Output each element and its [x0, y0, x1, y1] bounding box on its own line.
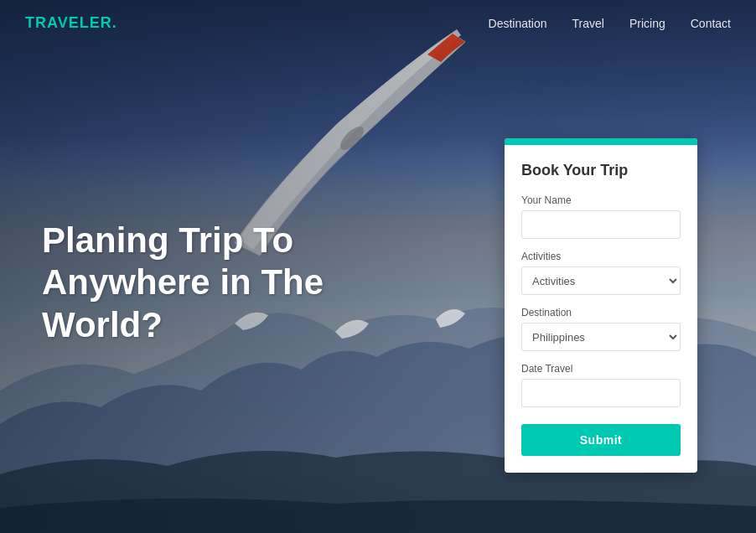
nav-link-destination[interactable]: Destination [489, 17, 547, 30]
hero-text-block: Planing Trip To Anywhere in The World? [42, 220, 394, 346]
name-label: Your Name [521, 194, 681, 206]
booking-form-title: Book Your Trip [521, 162, 681, 179]
logo[interactable]: TRAVELER. [25, 14, 117, 32]
nav-links: Destination Travel Pricing Contact [489, 16, 731, 31]
navbar: TRAVELER. Destination Travel Pricing Con… [0, 0, 756, 46]
nav-item-pricing[interactable]: Pricing [629, 16, 665, 31]
hero-headline: Planing Trip To Anywhere in The World? [42, 220, 394, 346]
activities-label: Activities [521, 251, 681, 262]
nav-item-travel[interactable]: Travel [572, 16, 604, 31]
activities-select[interactable]: Activities Adventure Cultural Beach Moun… [521, 266, 681, 295]
destination-field-group: Destination Philippines Japan France Ita… [521, 307, 681, 351]
logo-text: TRAVELER [25, 14, 112, 31]
date-field-group: Date Travel [521, 363, 681, 407]
date-label: Date Travel [521, 363, 681, 375]
nav-item-destination[interactable]: Destination [489, 16, 547, 31]
nav-item-contact[interactable]: Contact [691, 16, 731, 31]
nav-link-contact[interactable]: Contact [691, 17, 731, 30]
logo-dot: . [112, 14, 117, 31]
submit-button[interactable]: Submit [521, 424, 681, 456]
name-input[interactable] [521, 210, 681, 239]
date-input[interactable] [521, 379, 681, 407]
destination-label: Destination [521, 307, 681, 318]
booking-card: Book Your Trip Your Name Activities Acti… [505, 138, 697, 473]
nav-link-travel[interactable]: Travel [572, 17, 604, 30]
nav-link-pricing[interactable]: Pricing [629, 17, 665, 30]
booking-card-accent-bar [505, 138, 697, 145]
booking-card-body: Book Your Trip Your Name Activities Acti… [505, 145, 697, 473]
name-field-group: Your Name [521, 194, 681, 239]
destination-select[interactable]: Philippines Japan France Italy USA Austr… [521, 323, 681, 351]
activities-field-group: Activities Activities Adventure Cultural… [521, 251, 681, 295]
